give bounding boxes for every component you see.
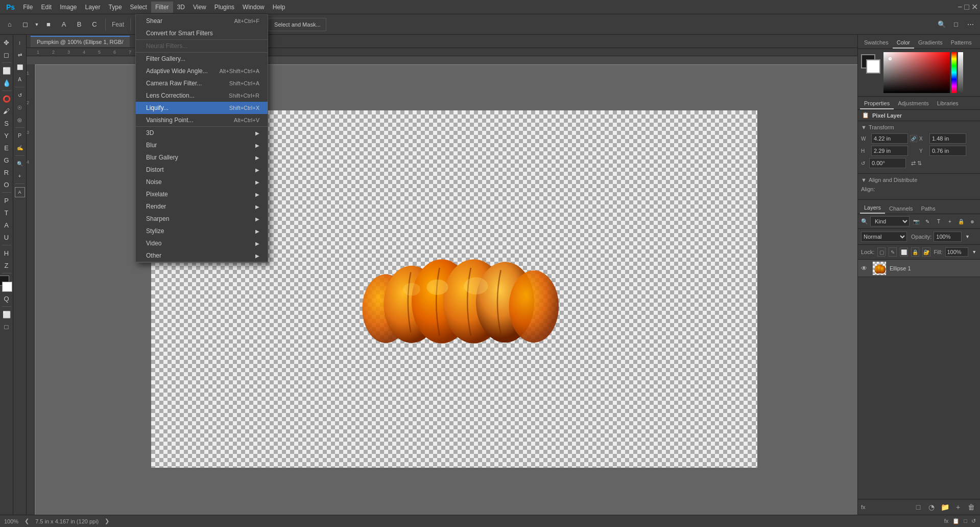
menu-convert-smart[interactable]: Convert for Smart Filters	[136, 27, 268, 39]
tab-properties[interactable]: Properties	[860, 98, 894, 109]
path-tool[interactable]: A	[1, 219, 12, 231]
opacity-dropdown-btn[interactable]: ▼	[964, 231, 971, 242]
group-layers-btn[interactable]: 📁	[939, 501, 950, 513]
color-hue-bar[interactable]	[951, 52, 957, 93]
artboard-tool[interactable]: □	[1, 321, 12, 332]
menu-blur-gallery[interactable]: Blur Gallery ▶	[136, 151, 268, 164]
w-input[interactable]	[871, 133, 908, 144]
healing-tool[interactable]: ⭕	[1, 93, 12, 104]
background-color[interactable]	[2, 282, 12, 292]
color-swatches[interactable]	[0, 276, 14, 292]
minimize-btn[interactable]: −	[958, 3, 962, 12]
secondary-tool-9[interactable]: ✍	[14, 142, 26, 153]
menu-edit[interactable]: Edit	[37, 2, 56, 13]
eraser-tool[interactable]: E	[1, 142, 12, 153]
secondary-tool-2[interactable]: ⇄	[14, 49, 26, 60]
rotate-view-btn[interactable]: ↺	[971, 518, 976, 524]
dodge-tool[interactable]: O	[1, 179, 12, 190]
view-toggle-btn[interactable]: □	[949, 18, 963, 31]
fill-input[interactable]	[945, 247, 968, 257]
tab-paths[interactable]: Paths	[917, 203, 940, 214]
menu-view[interactable]: View	[189, 2, 210, 13]
secondary-tool-5[interactable]: ↺	[14, 89, 26, 101]
layer-visibility-icon[interactable]: 👁	[861, 265, 869, 272]
secondary-tool-11[interactable]: +	[14, 170, 26, 181]
link-dimensions-btn[interactable]: 🔗	[910, 135, 917, 142]
secondary-tool-10[interactable]: 🔍	[14, 158, 26, 169]
menu-distort[interactable]: Distort ▶	[136, 164, 268, 176]
menu-camera-raw[interactable]: Camera Raw Filter... Shift+Ctrl+A	[136, 77, 268, 89]
menu-layer[interactable]: Layer	[81, 2, 105, 13]
lock-artboard-btn[interactable]: 🔒	[911, 247, 919, 257]
tab-layers[interactable]: Layers	[860, 202, 885, 214]
background-swatch[interactable]	[866, 59, 880, 74]
lock-all-btn[interactable]: 🔐	[922, 247, 930, 257]
maximize-btn[interactable]: □	[964, 3, 969, 12]
tab-color[interactable]: Color	[893, 37, 914, 49]
menu-3d[interactable]: 3D	[173, 2, 189, 13]
menu-render[interactable]: Render ▶	[136, 200, 268, 213]
blend-mode-select[interactable]: Normal	[861, 232, 907, 242]
frame-tool[interactable]: ⬜	[1, 309, 12, 320]
brush-tool[interactable]: 🖌	[1, 105, 12, 117]
delete-layer-btn[interactable]: 🗑	[966, 501, 977, 513]
align-header[interactable]: ▼ Align and Distribute	[861, 177, 977, 183]
marquee-btn[interactable]: ◻	[18, 18, 32, 31]
home-btn[interactable]: ⌂	[3, 18, 16, 31]
layer-filter-toggle[interactable]: ●	[968, 217, 977, 226]
menu-sharpen[interactable]: Sharpen ▶	[136, 213, 268, 225]
eyedropper-tool[interactable]: 💧	[1, 77, 12, 88]
menu-other[interactable]: Other ▶	[136, 249, 268, 262]
menu-adaptive-wide-angle[interactable]: Adaptive Wide Angle... Alt+Shift+Ctrl+A	[136, 65, 268, 77]
color-picker-area[interactable]	[883, 52, 977, 93]
tab-patterns[interactable]: Patterns	[947, 37, 976, 49]
menu-type[interactable]: Type	[105, 2, 126, 13]
pen-tool[interactable]: P	[1, 195, 12, 206]
tab-swatches[interactable]: Swatches	[860, 37, 893, 49]
menu-help[interactable]: Help	[269, 2, 290, 13]
gradient-tool[interactable]: G	[1, 154, 12, 166]
canvas-tab[interactable]: Pumpkin @ 100% (Ellipse 1, RGB/	[31, 36, 130, 47]
menu-lens-correction[interactable]: Lens Correction... Shift+Ctrl+R	[136, 89, 268, 102]
color-opacity-bar[interactable]	[958, 52, 963, 93]
lock-position-btn[interactable]: ⬜	[900, 247, 908, 257]
tab-gradients[interactable]: Gradients	[914, 37, 947, 49]
tab-adjustments[interactable]: Adjustments	[894, 98, 933, 109]
settings-btn[interactable]: ⋯	[964, 18, 977, 31]
lock-transparent-btn[interactable]: ▢	[877, 247, 886, 257]
menu-select[interactable]: Select	[126, 2, 151, 13]
quick-mask-btn[interactable]: Q	[1, 293, 12, 304]
shape-tool[interactable]: U	[1, 232, 12, 243]
secondary-tool-3[interactable]: ⬜	[14, 61, 26, 73]
layer-filter-5[interactable]: 🔒	[957, 217, 966, 226]
crop-tool[interactable]: ⬜	[1, 65, 12, 76]
secondary-tool-8[interactable]: P	[14, 130, 26, 141]
tab-libraries[interactable]: Libraries	[933, 98, 963, 109]
close-btn[interactable]: ✕	[971, 2, 978, 12]
menu-shear[interactable]: Shear Alt+Ctrl+F	[136, 15, 268, 27]
zoom-navigate-right[interactable]: ❯	[105, 518, 109, 524]
menu-liquify[interactable]: Liquify... Shift+Ctrl+X	[136, 102, 268, 114]
menu-filter-gallery[interactable]: Filter Gallery...	[136, 53, 268, 65]
secondary-tool-1[interactable]: ↕	[14, 37, 26, 48]
menu-file[interactable]: File	[19, 2, 37, 13]
h-input[interactable]	[871, 146, 908, 156]
menu-pixelate[interactable]: Pixelate ▶	[136, 188, 268, 200]
fx-btn[interactable]: fx	[861, 504, 866, 510]
secondary-tool-6[interactable]: ☉	[14, 102, 26, 113]
x-input[interactable]	[929, 133, 966, 144]
tab-actions[interactable]: Actions	[976, 37, 980, 49]
menu-stylize[interactable]: Stylize ▶	[136, 225, 268, 237]
new-layer-btn[interactable]: +	[952, 501, 964, 513]
menu-vanishing-point[interactable]: Vanishing Point... Alt+Ctrl+V	[136, 114, 268, 126]
fill-dropdown-btn[interactable]: ▼	[971, 246, 977, 258]
adjustment-layer-btn[interactable]: ◔	[926, 501, 937, 513]
tool-c[interactable]: C	[88, 18, 101, 31]
text-tool[interactable]: T	[1, 207, 12, 218]
menu-image[interactable]: Image	[56, 2, 81, 13]
transform-header[interactable]: ▼ Transform	[861, 124, 977, 130]
lock-image-btn[interactable]: ✎	[889, 247, 897, 257]
rotation-input[interactable]	[869, 158, 906, 168]
zoom-navigate-left[interactable]: ❮	[25, 518, 29, 524]
fg-bg-swatch[interactable]	[861, 54, 880, 74]
